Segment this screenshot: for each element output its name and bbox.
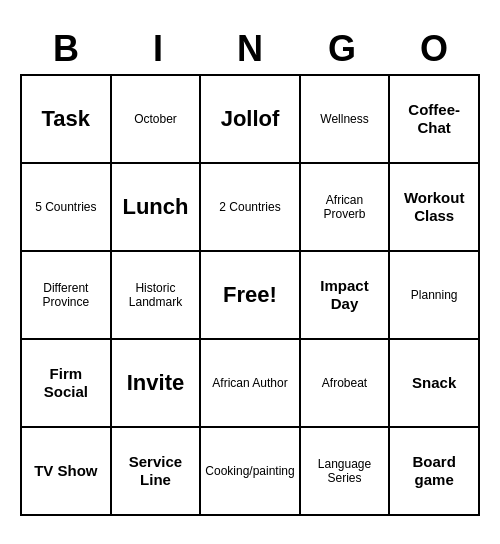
cell-text: Workout Class xyxy=(394,189,474,225)
bingo-cell: African Proverb xyxy=(301,164,391,252)
bingo-cell: Firm Social xyxy=(22,340,112,428)
bingo-cell: Task xyxy=(22,76,112,164)
cell-text: Board game xyxy=(394,453,474,489)
bingo-cell: Afrobeat xyxy=(301,340,391,428)
cell-text: Language Series xyxy=(305,457,385,486)
bingo-cell: 2 Countries xyxy=(201,164,300,252)
bingo-cell: Wellness xyxy=(301,76,391,164)
bingo-cell: Board game xyxy=(390,428,480,516)
cell-text: African Author xyxy=(212,376,287,390)
bingo-letter: N xyxy=(207,28,293,70)
cell-text: Cooking/painting xyxy=(205,464,294,478)
cell-text: Different Province xyxy=(26,281,106,310)
bingo-letter: G xyxy=(299,28,385,70)
bingo-cell: Free! xyxy=(201,252,300,340)
cell-text: Snack xyxy=(412,374,456,392)
bingo-letter: O xyxy=(391,28,477,70)
bingo-cell: Language Series xyxy=(301,428,391,516)
cell-text: Impact Day xyxy=(305,277,385,313)
bingo-title: BINGO xyxy=(20,28,480,70)
bingo-letter: B xyxy=(23,28,109,70)
cell-text: Free! xyxy=(223,282,277,308)
cell-text: October xyxy=(134,112,177,126)
cell-text: African Proverb xyxy=(305,193,385,222)
cell-text: Coffee-Chat xyxy=(394,101,474,137)
bingo-cell: African Author xyxy=(201,340,300,428)
bingo-card: BINGO TaskOctoberJollofWellnessCoffee-Ch… xyxy=(10,18,490,526)
bingo-letter: I xyxy=(115,28,201,70)
bingo-cell: Planning xyxy=(390,252,480,340)
cell-text: Jollof xyxy=(221,106,280,132)
bingo-cell: Historic Landmark xyxy=(112,252,202,340)
cell-text: Task xyxy=(42,106,91,132)
bingo-cell: Impact Day xyxy=(301,252,391,340)
bingo-cell: Cooking/painting xyxy=(201,428,300,516)
bingo-cell: Lunch xyxy=(112,164,202,252)
cell-text: Historic Landmark xyxy=(116,281,196,310)
bingo-cell: Service Line xyxy=(112,428,202,516)
bingo-cell: 5 Countries xyxy=(22,164,112,252)
cell-text: Wellness xyxy=(320,112,368,126)
cell-text: Planning xyxy=(411,288,458,302)
bingo-cell: Coffee-Chat xyxy=(390,76,480,164)
bingo-cell: October xyxy=(112,76,202,164)
bingo-cell: Jollof xyxy=(201,76,300,164)
cell-text: Lunch xyxy=(122,194,188,220)
cell-text: TV Show xyxy=(34,462,97,480)
bingo-cell: TV Show xyxy=(22,428,112,516)
bingo-cell: Different Province xyxy=(22,252,112,340)
cell-text: 2 Countries xyxy=(219,200,280,214)
cell-text: Firm Social xyxy=(26,365,106,401)
bingo-cell: Snack xyxy=(390,340,480,428)
cell-text: 5 Countries xyxy=(35,200,96,214)
bingo-cell: Workout Class xyxy=(390,164,480,252)
bingo-cell: Invite xyxy=(112,340,202,428)
cell-text: Afrobeat xyxy=(322,376,367,390)
cell-text: Service Line xyxy=(116,453,196,489)
bingo-grid: TaskOctoberJollofWellnessCoffee-Chat5 Co… xyxy=(20,74,480,516)
cell-text: Invite xyxy=(127,370,184,396)
